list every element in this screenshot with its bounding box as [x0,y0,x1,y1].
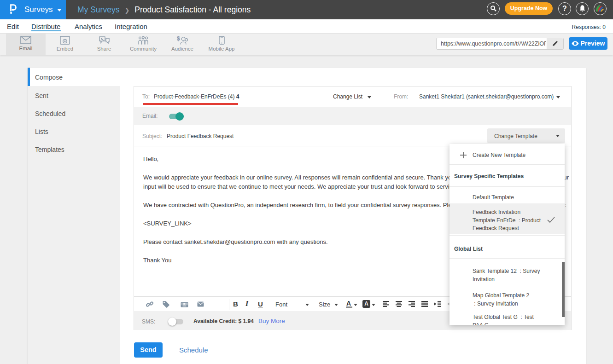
svg-text:$: $ [177,36,180,42]
